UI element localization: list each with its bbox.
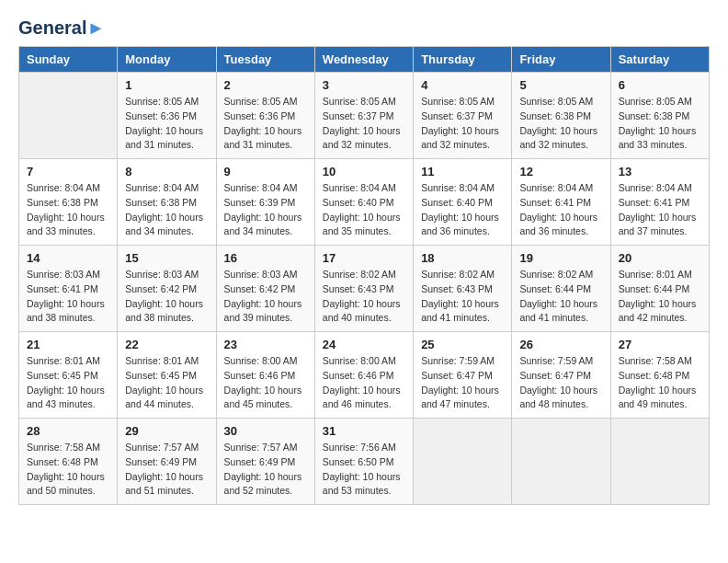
calendar-cell: 6Sunrise: 8:05 AM Sunset: 6:38 PM Daylig… bbox=[610, 73, 709, 159]
calendar-cell: 8Sunrise: 8:04 AM Sunset: 6:38 PM Daylig… bbox=[118, 159, 216, 246]
day-number: 7 bbox=[27, 165, 109, 178]
day-info: Sunrise: 8:00 AM Sunset: 6:46 PM Dayligh… bbox=[224, 354, 307, 412]
logo: General► bbox=[18, 18, 105, 37]
day-info: Sunrise: 7:59 AM Sunset: 6:47 PM Dayligh… bbox=[421, 354, 504, 412]
day-number: 11 bbox=[421, 165, 504, 178]
day-number: 2 bbox=[224, 78, 307, 92]
day-info: Sunrise: 7:57 AM Sunset: 6:49 PM Dayligh… bbox=[125, 441, 208, 499]
calendar-week-row: 1Sunrise: 8:05 AM Sunset: 6:36 PM Daylig… bbox=[19, 73, 710, 159]
calendar-table: SundayMondayTuesdayWednesdayThursdayFrid… bbox=[18, 46, 710, 505]
day-info: Sunrise: 8:05 AM Sunset: 6:36 PM Dayligh… bbox=[125, 95, 208, 153]
calendar-cell: 12Sunrise: 8:04 AM Sunset: 6:41 PM Dayli… bbox=[512, 159, 610, 246]
day-number: 1 bbox=[125, 78, 208, 92]
day-info: Sunrise: 8:05 AM Sunset: 6:38 PM Dayligh… bbox=[519, 95, 602, 153]
day-info: Sunrise: 8:02 AM Sunset: 6:44 PM Dayligh… bbox=[519, 268, 602, 326]
day-info: Sunrise: 8:04 AM Sunset: 6:40 PM Dayligh… bbox=[323, 181, 405, 239]
day-number: 13 bbox=[619, 165, 701, 178]
day-info: Sunrise: 8:04 AM Sunset: 6:41 PM Dayligh… bbox=[519, 181, 602, 239]
page-header: General► bbox=[18, 18, 710, 37]
day-number: 4 bbox=[421, 78, 504, 92]
day-info: Sunrise: 8:04 AM Sunset: 6:40 PM Dayligh… bbox=[421, 181, 504, 239]
day-of-week-header: Monday bbox=[118, 47, 216, 73]
day-info: Sunrise: 7:59 AM Sunset: 6:47 PM Dayligh… bbox=[519, 354, 602, 412]
day-number: 30 bbox=[224, 424, 307, 438]
day-number: 12 bbox=[519, 165, 602, 178]
calendar-cell: 11Sunrise: 8:04 AM Sunset: 6:40 PM Dayli… bbox=[414, 159, 512, 246]
day-info: Sunrise: 8:01 AM Sunset: 6:45 PM Dayligh… bbox=[125, 354, 208, 412]
day-info: Sunrise: 8:04 AM Sunset: 6:38 PM Dayligh… bbox=[27, 181, 109, 239]
calendar-cell bbox=[512, 419, 610, 505]
day-info: Sunrise: 8:05 AM Sunset: 6:37 PM Dayligh… bbox=[323, 95, 405, 153]
day-info: Sunrise: 8:01 AM Sunset: 6:44 PM Dayligh… bbox=[619, 268, 701, 326]
day-of-week-header: Friday bbox=[512, 47, 610, 73]
calendar-cell: 2Sunrise: 8:05 AM Sunset: 6:36 PM Daylig… bbox=[216, 73, 314, 159]
day-number: 23 bbox=[224, 338, 307, 351]
day-number: 24 bbox=[323, 338, 405, 351]
calendar-cell: 20Sunrise: 8:01 AM Sunset: 6:44 PM Dayli… bbox=[610, 246, 709, 332]
day-info: Sunrise: 7:58 AM Sunset: 6:48 PM Dayligh… bbox=[27, 441, 109, 499]
calendar-cell: 10Sunrise: 8:04 AM Sunset: 6:40 PM Dayli… bbox=[314, 159, 413, 246]
calendar-cell: 15Sunrise: 8:03 AM Sunset: 6:42 PM Dayli… bbox=[118, 246, 216, 332]
day-number: 9 bbox=[224, 165, 307, 178]
calendar-cell: 18Sunrise: 8:02 AM Sunset: 6:43 PM Dayli… bbox=[414, 246, 512, 332]
calendar-cell: 24Sunrise: 8:00 AM Sunset: 6:46 PM Dayli… bbox=[314, 332, 413, 419]
day-number: 29 bbox=[125, 424, 208, 438]
day-number: 28 bbox=[27, 424, 109, 438]
day-number: 31 bbox=[323, 424, 405, 438]
calendar-cell: 29Sunrise: 7:57 AM Sunset: 6:49 PM Dayli… bbox=[118, 419, 216, 505]
day-info: Sunrise: 8:03 AM Sunset: 6:42 PM Dayligh… bbox=[224, 268, 307, 326]
calendar-cell: 19Sunrise: 8:02 AM Sunset: 6:44 PM Dayli… bbox=[512, 246, 610, 332]
calendar-cell: 14Sunrise: 8:03 AM Sunset: 6:41 PM Dayli… bbox=[19, 246, 118, 332]
day-number: 19 bbox=[519, 251, 602, 265]
day-info: Sunrise: 8:01 AM Sunset: 6:45 PM Dayligh… bbox=[27, 354, 109, 412]
day-info: Sunrise: 7:56 AM Sunset: 6:50 PM Dayligh… bbox=[323, 441, 405, 499]
calendar-cell: 16Sunrise: 8:03 AM Sunset: 6:42 PM Dayli… bbox=[216, 246, 314, 332]
day-info: Sunrise: 8:03 AM Sunset: 6:41 PM Dayligh… bbox=[27, 268, 109, 326]
day-number: 25 bbox=[421, 338, 504, 351]
calendar-week-row: 21Sunrise: 8:01 AM Sunset: 6:45 PM Dayli… bbox=[19, 332, 710, 419]
calendar-week-row: 28Sunrise: 7:58 AM Sunset: 6:48 PM Dayli… bbox=[19, 419, 710, 505]
calendar-header-row: SundayMondayTuesdayWednesdayThursdayFrid… bbox=[19, 47, 710, 73]
day-number: 21 bbox=[27, 338, 109, 351]
day-number: 5 bbox=[519, 78, 602, 92]
calendar-cell: 3Sunrise: 8:05 AM Sunset: 6:37 PM Daylig… bbox=[314, 73, 413, 159]
logo-text: General► bbox=[18, 18, 105, 37]
day-of-week-header: Saturday bbox=[610, 47, 709, 73]
calendar-cell: 28Sunrise: 7:58 AM Sunset: 6:48 PM Dayli… bbox=[19, 419, 118, 505]
calendar-week-row: 7Sunrise: 8:04 AM Sunset: 6:38 PM Daylig… bbox=[19, 159, 710, 246]
day-info: Sunrise: 8:00 AM Sunset: 6:46 PM Dayligh… bbox=[323, 354, 405, 412]
day-of-week-header: Sunday bbox=[19, 47, 118, 73]
day-number: 18 bbox=[421, 251, 504, 265]
calendar-cell: 5Sunrise: 8:05 AM Sunset: 6:38 PM Daylig… bbox=[512, 73, 610, 159]
day-number: 3 bbox=[323, 78, 405, 92]
day-info: Sunrise: 8:05 AM Sunset: 6:37 PM Dayligh… bbox=[421, 95, 504, 153]
calendar-cell: 31Sunrise: 7:56 AM Sunset: 6:50 PM Dayli… bbox=[314, 419, 413, 505]
calendar-cell bbox=[610, 419, 709, 505]
day-number: 17 bbox=[323, 251, 405, 265]
calendar-week-row: 14Sunrise: 8:03 AM Sunset: 6:41 PM Dayli… bbox=[19, 246, 710, 332]
calendar-cell: 17Sunrise: 8:02 AM Sunset: 6:43 PM Dayli… bbox=[314, 246, 413, 332]
day-info: Sunrise: 8:02 AM Sunset: 6:43 PM Dayligh… bbox=[323, 268, 405, 326]
day-number: 15 bbox=[125, 251, 208, 265]
calendar-cell: 23Sunrise: 8:00 AM Sunset: 6:46 PM Dayli… bbox=[216, 332, 314, 419]
day-of-week-header: Tuesday bbox=[216, 47, 314, 73]
calendar-cell: 4Sunrise: 8:05 AM Sunset: 6:37 PM Daylig… bbox=[414, 73, 512, 159]
calendar-cell bbox=[414, 419, 512, 505]
day-number: 20 bbox=[619, 251, 701, 265]
day-of-week-header: Wednesday bbox=[314, 47, 413, 73]
day-number: 6 bbox=[619, 78, 701, 92]
day-info: Sunrise: 8:03 AM Sunset: 6:42 PM Dayligh… bbox=[125, 268, 208, 326]
day-info: Sunrise: 8:04 AM Sunset: 6:39 PM Dayligh… bbox=[224, 181, 307, 239]
calendar-cell bbox=[19, 73, 118, 159]
day-info: Sunrise: 7:57 AM Sunset: 6:49 PM Dayligh… bbox=[224, 441, 307, 499]
calendar-cell: 9Sunrise: 8:04 AM Sunset: 6:39 PM Daylig… bbox=[216, 159, 314, 246]
day-info: Sunrise: 8:04 AM Sunset: 6:41 PM Dayligh… bbox=[619, 181, 701, 239]
day-of-week-header: Thursday bbox=[414, 47, 512, 73]
day-info: Sunrise: 8:02 AM Sunset: 6:43 PM Dayligh… bbox=[421, 268, 504, 326]
calendar-cell: 25Sunrise: 7:59 AM Sunset: 6:47 PM Dayli… bbox=[414, 332, 512, 419]
day-info: Sunrise: 8:05 AM Sunset: 6:36 PM Dayligh… bbox=[224, 95, 307, 153]
calendar-cell: 21Sunrise: 8:01 AM Sunset: 6:45 PM Dayli… bbox=[19, 332, 118, 419]
calendar-cell: 30Sunrise: 7:57 AM Sunset: 6:49 PM Dayli… bbox=[216, 419, 314, 505]
day-info: Sunrise: 8:05 AM Sunset: 6:38 PM Dayligh… bbox=[619, 95, 701, 153]
day-info: Sunrise: 8:04 AM Sunset: 6:38 PM Dayligh… bbox=[125, 181, 208, 239]
